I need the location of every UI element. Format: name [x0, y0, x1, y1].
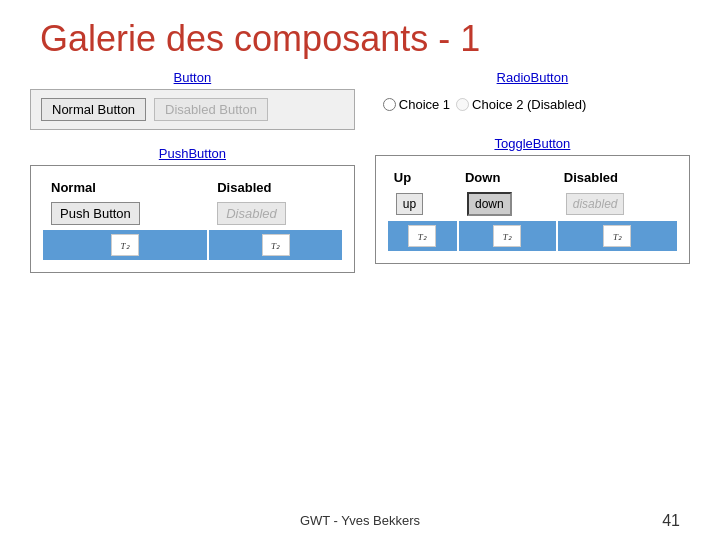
- push-btn-disabled-cell: Disabled: [209, 199, 342, 228]
- radio-section: RadioButton Choice 1 Choice 2 (Disabled): [375, 70, 690, 120]
- toggle-col-down: Down: [459, 168, 556, 187]
- radio-section-label: RadioButton: [375, 70, 690, 85]
- footer: GWT - Yves Bekkers 41: [0, 513, 720, 528]
- toggle-icon-disabled-cell: T₂: [558, 221, 677, 251]
- radio-choice2-item: Choice 2 (Disabled): [456, 97, 586, 112]
- button-section: Button Normal Button Disabled Button: [30, 70, 355, 130]
- toggle-button-up[interactable]: up: [396, 193, 423, 215]
- button-section-box: Normal Button Disabled Button: [30, 89, 355, 130]
- push-section: PushButton Normal Disabled Push Button: [30, 146, 355, 273]
- push-icon-disabled-cell: T₂: [209, 230, 342, 260]
- radio-choice1-item[interactable]: Choice 1: [383, 97, 450, 112]
- toggle-button-down[interactable]: down: [467, 192, 512, 216]
- disabled-button: Disabled Button: [154, 98, 268, 121]
- push-icon-disabled: T₂: [262, 234, 290, 256]
- normal-button[interactable]: Normal Button: [41, 98, 146, 121]
- footer-number: 41: [662, 512, 680, 530]
- radio-choice2-input: [456, 98, 469, 111]
- toggle-disabled-cell: disabled: [558, 189, 677, 219]
- toggle-section-label: ToggleButton: [375, 136, 690, 151]
- toggle-icon-up-cell: T₂: [388, 221, 457, 251]
- push-icon-normal-cell: T₂: [43, 230, 207, 260]
- push-section-label: PushButton: [30, 146, 355, 161]
- toggle-icon-down[interactable]: T₂: [493, 225, 521, 247]
- toggle-down-cell: down: [459, 189, 556, 219]
- page-title: Galerie des composants - 1: [0, 0, 720, 70]
- push-table: Normal Disabled Push Button Disabled: [41, 176, 344, 262]
- radio-choice2-label: Choice 2 (Disabled): [472, 97, 586, 112]
- toggle-col-up: Up: [388, 168, 457, 187]
- radio-choice1-label: Choice 1: [399, 97, 450, 112]
- toggle-col-disabled: Disabled: [558, 168, 677, 187]
- radio-row: Choice 1 Choice 2 (Disabled): [383, 97, 682, 112]
- toggle-up-cell: up: [388, 189, 457, 219]
- toggle-button-disabled: disabled: [566, 193, 625, 215]
- toggle-icon-disabled: T₂: [603, 225, 631, 247]
- toggle-icon-up[interactable]: T₂: [408, 225, 436, 247]
- radio-section-box: Choice 1 Choice 2 (Disabled): [375, 89, 690, 120]
- push-section-box: Normal Disabled Push Button Disabled: [30, 165, 355, 273]
- radio-choice1-input[interactable]: [383, 98, 396, 111]
- button-section-label: Button: [30, 70, 355, 85]
- toggle-section: ToggleButton Up Down Disabled up: [375, 136, 690, 264]
- push-icon-normal[interactable]: T₂: [111, 234, 139, 256]
- push-btn-normal-cell: Push Button: [43, 199, 207, 228]
- push-button-disabled: Disabled: [217, 202, 286, 225]
- push-col-disabled: Disabled: [209, 178, 342, 197]
- toggle-icon-down-cell: T₂: [459, 221, 556, 251]
- footer-text: GWT - Yves Bekkers: [0, 513, 720, 528]
- toggle-table: Up Down Disabled up down: [386, 166, 679, 253]
- push-col-normal: Normal: [43, 178, 207, 197]
- toggle-section-box: Up Down Disabled up down: [375, 155, 690, 264]
- push-button-normal[interactable]: Push Button: [51, 202, 140, 225]
